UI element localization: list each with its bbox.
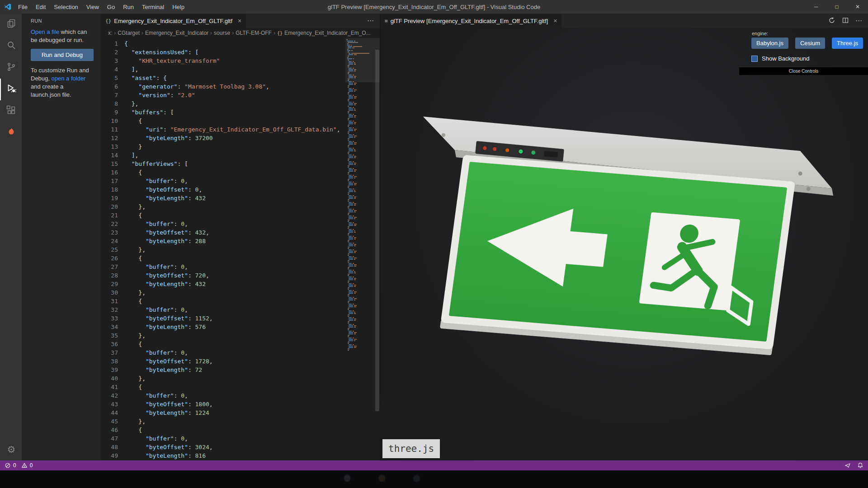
line-number[interactable]: 7 — [101, 91, 118, 99]
line-number[interactable]: 19 — [101, 194, 118, 202]
line-number[interactable]: 36 — [101, 340, 118, 348]
line-number[interactable]: 45 — [101, 417, 118, 426]
line-number[interactable]: 10 — [101, 117, 118, 125]
preview-more-actions-icon[interactable]: ⋯ — [855, 17, 863, 25]
line-number[interactable]: 12 — [101, 134, 118, 142]
refresh-icon[interactable] — [828, 17, 835, 25]
line-number[interactable]: 21 — [101, 211, 118, 220]
line-number[interactable]: 6 — [101, 82, 118, 91]
activity-item-source-control[interactable] — [0, 57, 22, 79]
editor-scrollbar[interactable] — [375, 50, 379, 411]
engine-button-babylonjs[interactable]: Babylon.js — [751, 38, 788, 49]
bell-icon[interactable] — [857, 462, 863, 469]
line-number[interactable]: 29 — [101, 280, 118, 288]
line-number[interactable]: 23 — [101, 228, 118, 237]
open-file-link[interactable]: Open a file — [31, 28, 59, 35]
line-number[interactable]: 14 — [101, 151, 118, 160]
line-number[interactable]: 33 — [101, 314, 118, 323]
engine-button-threejs[interactable]: Three.js — [832, 38, 863, 49]
line-number[interactable]: 1 — [101, 39, 118, 48]
line-number[interactable]: 40 — [101, 374, 118, 383]
preview-tab-close-icon[interactable]: × — [553, 17, 557, 24]
line-number[interactable]: 35 — [101, 331, 118, 340]
menu-help[interactable]: Help — [168, 0, 189, 14]
menu-selection[interactable]: Selection — [50, 0, 82, 14]
activity-item-explorer[interactable] — [0, 14, 22, 35]
line-number[interactable]: 25 — [101, 245, 118, 254]
line-number[interactable]: 28 — [101, 271, 118, 280]
menu-go[interactable]: Go — [103, 0, 119, 14]
split-editor-icon[interactable] — [842, 17, 849, 25]
line-number[interactable]: 26 — [101, 254, 118, 263]
windows-taskbar[interactable] — [0, 470, 868, 488]
menu-terminal[interactable]: Terminal — [138, 0, 168, 14]
line-number[interactable]: 18 — [101, 185, 118, 194]
breadcrumb-item[interactable]: GLTF-EM-OFF — [235, 30, 273, 36]
open-folder-link[interactable]: open a folder — [52, 75, 86, 82]
line-number[interactable]: 4 — [101, 65, 118, 74]
feedback-icon[interactable] — [844, 462, 851, 469]
line-number[interactable]: 16 — [101, 168, 118, 177]
line-number[interactable]: 47 — [101, 434, 118, 443]
line-number[interactable]: 11 — [101, 125, 118, 134]
line-number[interactable]: 49 — [101, 451, 118, 460]
line-number[interactable]: 2 — [101, 48, 118, 56]
activity-item-search[interactable] — [0, 35, 22, 57]
line-number[interactable]: 8 — [101, 99, 118, 108]
breadcrumb-item[interactable]: Emergency_Exit_Indicator_Em_O... — [283, 30, 372, 36]
menu-file[interactable]: File — [14, 0, 32, 14]
line-number[interactable]: 43 — [101, 400, 118, 408]
activity-item-run-debug[interactable] — [0, 79, 22, 100]
close-button[interactable]: ✕ — [847, 0, 868, 14]
run-and-debug-button[interactable]: Run and Debug — [31, 49, 94, 61]
line-number[interactable]: 41 — [101, 383, 118, 391]
line-number[interactable]: 27 — [101, 263, 118, 271]
menu-run[interactable]: Run — [119, 0, 138, 14]
menu-edit[interactable]: Edit — [32, 0, 50, 14]
minimap-viewport[interactable] — [345, 38, 380, 82]
breadcrumb-item[interactable]: x: — [107, 30, 113, 36]
line-number[interactable]: 20 — [101, 202, 118, 211]
line-number[interactable]: 24 — [101, 237, 118, 245]
line-number[interactable]: 30 — [101, 288, 118, 297]
code-editor[interactable]: 1234567891011121314151617181920212223242… — [101, 38, 380, 460]
line-number[interactable]: 32 — [101, 305, 118, 314]
line-number[interactable]: 39 — [101, 366, 118, 374]
line-number[interactable]: 48 — [101, 443, 118, 451]
breadcrumb-item[interactable]: CGtarget — [117, 30, 141, 36]
close-controls-button[interactable]: Close Controls — [739, 67, 868, 75]
tab-close-icon[interactable]: × — [238, 17, 241, 24]
show-background-checkbox[interactable] — [751, 56, 758, 62]
activity-item-custom-extension[interactable] — [0, 122, 22, 144]
line-number[interactable]: 38 — [101, 357, 118, 366]
more-actions-icon[interactable]: ⋯ — [367, 17, 374, 25]
breadcrumb-item[interactable]: Emergency_Exit_Indicator — [144, 30, 209, 36]
line-number[interactable]: 15 — [101, 160, 118, 168]
breadcrumb-item[interactable]: sourse — [213, 30, 231, 36]
minimap[interactable] — [346, 39, 375, 460]
problems-indicator[interactable]: 0 0 — [5, 462, 35, 469]
maximize-button[interactable]: □ — [826, 0, 847, 14]
line-number[interactable]: 44 — [101, 408, 118, 417]
line-number[interactable]: 22 — [101, 220, 118, 228]
line-number[interactable]: 17 — [101, 177, 118, 185]
line-number[interactable]: 3 — [101, 56, 118, 65]
editor-tab[interactable]: {} Emergency_Exit_Indicator_Em_Off_GLTF.… — [101, 14, 246, 28]
activity-item-settings[interactable]: ⚙ — [0, 439, 22, 460]
line-number[interactable]: 9 — [101, 108, 118, 117]
code-line: "extensionsUsed": [ — [124, 48, 380, 56]
preview-tab[interactable]: ≡ glTF Preview [Emergency_Exit_Indicator… — [380, 14, 562, 28]
vscode-logo-icon[interactable] — [4, 3, 11, 10]
line-number[interactable]: 34 — [101, 323, 118, 331]
line-number[interactable]: 13 — [101, 142, 118, 151]
line-number[interactable]: 37 — [101, 348, 118, 357]
menu-view[interactable]: View — [82, 0, 103, 14]
activity-item-extensions[interactable] — [0, 100, 22, 122]
minimize-button[interactable]: ─ — [806, 0, 826, 14]
line-number[interactable]: 46 — [101, 426, 118, 434]
line-number[interactable]: 5 — [101, 74, 118, 82]
line-number[interactable]: 31 — [101, 297, 118, 305]
engine-button-cesium[interactable]: Cesium — [795, 38, 825, 49]
model-canvas[interactable] — [380, 28, 868, 460]
line-number[interactable]: 42 — [101, 391, 118, 400]
